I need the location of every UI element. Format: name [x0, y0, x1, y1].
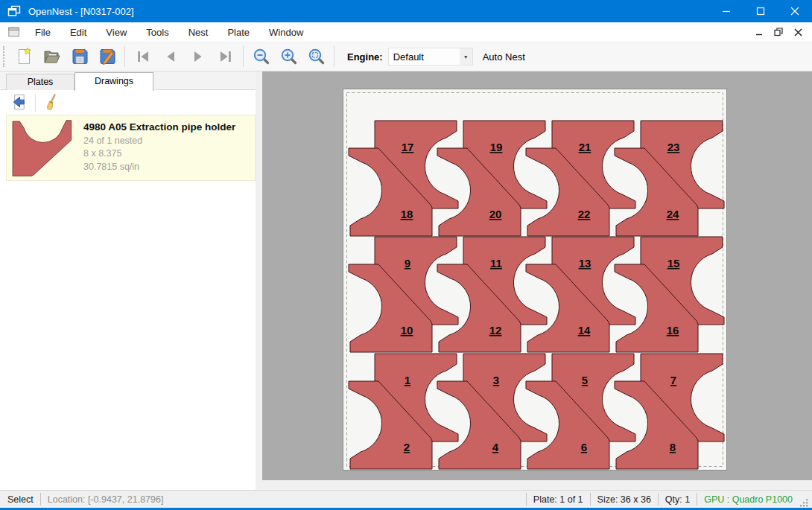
status-separator	[526, 493, 527, 506]
new-nest-button[interactable]	[10, 45, 38, 69]
svg-text:14: 14	[578, 324, 591, 337]
mdi-document-icon	[7, 25, 21, 39]
resize-grip[interactable]	[799, 497, 809, 508]
nested-parts-drawing[interactable]: 171819202122232491011121314151612345678	[343, 89, 726, 470]
minimize-button[interactable]	[709, 0, 743, 22]
svg-text:4: 4	[492, 441, 499, 453]
open-folder-icon	[42, 47, 62, 66]
zoom-fit-icon	[307, 47, 326, 66]
svg-text:19: 19	[490, 141, 503, 153]
svg-text:21: 21	[579, 141, 591, 153]
status-separator	[697, 493, 697, 506]
last-plate-icon	[216, 47, 235, 66]
previous-plate-button[interactable]	[156, 45, 184, 69]
status-location: Location: [-0.9437, 21.8796]	[48, 494, 164, 505]
maximize-button[interactable]	[743, 0, 778, 22]
toolbar-separator	[124, 46, 125, 67]
svg-text:1: 1	[405, 374, 410, 386]
open-button[interactable]	[38, 45, 66, 69]
mdi-restore-button[interactable]	[769, 24, 788, 40]
menu-item-nest[interactable]: Nest	[179, 23, 218, 42]
part-thumbnail	[11, 118, 74, 178]
status-separator	[40, 493, 41, 506]
svg-text:7: 7	[670, 374, 676, 386]
zoom-in-icon	[279, 47, 299, 66]
tab-drawings[interactable]: Drawings	[74, 72, 153, 91]
menu-item-file[interactable]: File	[25, 23, 60, 42]
broom-icon	[43, 93, 62, 112]
last-plate-button[interactable]	[212, 45, 239, 69]
menu-item-view[interactable]: View	[96, 23, 136, 42]
close-icon	[790, 7, 799, 16]
nest-canvas[interactable]: 171819202122232491011121314151612345678	[262, 71, 812, 480]
svg-text:13: 13	[579, 257, 591, 270]
mdi-minimize-button[interactable]	[749, 24, 769, 40]
svg-text:6: 6	[581, 441, 587, 453]
toolbar-grip[interactable]	[3, 46, 7, 67]
svg-text:10: 10	[401, 324, 413, 337]
menu-item-window[interactable]: Window	[259, 23, 313, 42]
menu-item-tools[interactable]: Tools	[136, 23, 178, 42]
next-plate-button[interactable]	[184, 45, 212, 69]
svg-text:5: 5	[582, 374, 588, 386]
drawing-area: 30.7815 sq/in	[83, 162, 235, 172]
drawings-toolbar	[0, 90, 256, 115]
drawing-dimensions: 8 x 8.375	[83, 148, 235, 159]
first-plate-button[interactable]	[129, 45, 156, 69]
svg-text:8: 8	[670, 441, 676, 453]
status-gpu: GPU : Quadro P1000	[704, 494, 793, 505]
status-separator	[658, 493, 659, 506]
engine-value: Default	[389, 51, 460, 63]
maximize-icon	[756, 7, 765, 16]
engine-label: Engine:	[347, 51, 383, 63]
drawing-list-item[interactable]: 4980 A05 Extraction pipe holder 24 of 1 …	[6, 115, 256, 181]
zoom-out-button[interactable]	[247, 45, 275, 69]
svg-text:16: 16	[667, 324, 679, 337]
next-plate-icon	[188, 47, 208, 66]
mdi-restore-icon	[774, 28, 783, 36]
first-plate-icon	[133, 47, 153, 66]
save-button[interactable]	[66, 45, 93, 69]
status-plate: Plate: 1 of 1	[533, 494, 583, 505]
panel-separator	[35, 94, 36, 112]
svg-text:11: 11	[490, 257, 502, 270]
svg-text:24: 24	[667, 208, 679, 220]
status-bar: Select Location: [-0.9437, 21.8796] Plat…	[0, 490, 812, 508]
svg-text:3: 3	[493, 374, 499, 386]
mdi-minimize-icon	[755, 28, 764, 36]
engine-select[interactable]: Default ▼	[388, 48, 473, 66]
window-title: OpenNest - [N0317-002]	[28, 6, 134, 17]
clear-drawings-button[interactable]	[41, 92, 63, 113]
menu-bar: FileEditViewToolsNestPlateWindow	[0, 22, 812, 42]
mdi-close-button[interactable]	[788, 24, 808, 40]
svg-text:17: 17	[402, 141, 414, 153]
save-edit-button[interactable]	[93, 45, 121, 69]
import-drawing-button[interactable]	[7, 92, 30, 113]
zoom-in-button[interactable]	[275, 45, 302, 69]
status-mode: Select	[7, 494, 34, 505]
app-icon	[7, 4, 22, 19]
sidebar: Plates Drawings 4980 A05 Extraction pipe…	[0, 71, 256, 490]
save-edit-icon	[98, 47, 117, 66]
title-bar: OpenNest - [N0317-002]	[0, 0, 812, 22]
toolbar-separator	[334, 46, 334, 67]
menu-item-edit[interactable]: Edit	[60, 23, 96, 42]
canvas-bottom-strip	[262, 480, 812, 490]
tab-plates[interactable]: Plates	[6, 74, 74, 90]
zoom-out-icon	[252, 47, 271, 66]
zoom-fit-button[interactable]	[302, 45, 330, 69]
plate[interactable]: 171819202122232491011121314151612345678	[343, 89, 726, 470]
close-button[interactable]	[778, 0, 812, 22]
menu-item-plate[interactable]: Plate	[218, 23, 259, 42]
panel-splitter[interactable]	[256, 71, 262, 490]
drawing-title: 4980 A05 Extraction pipe holder	[83, 121, 235, 133]
auto-nest-button[interactable]: Auto Nest	[483, 51, 525, 63]
status-separator	[590, 493, 591, 506]
svg-text:18: 18	[401, 208, 413, 220]
toolbar-separator	[243, 46, 244, 67]
svg-text:23: 23	[667, 141, 680, 153]
chevron-down-icon[interactable]: ▼	[460, 48, 472, 65]
save-icon	[70, 47, 89, 66]
minimize-icon	[722, 7, 731, 16]
status-size: Size: 36 x 36	[597, 494, 651, 505]
